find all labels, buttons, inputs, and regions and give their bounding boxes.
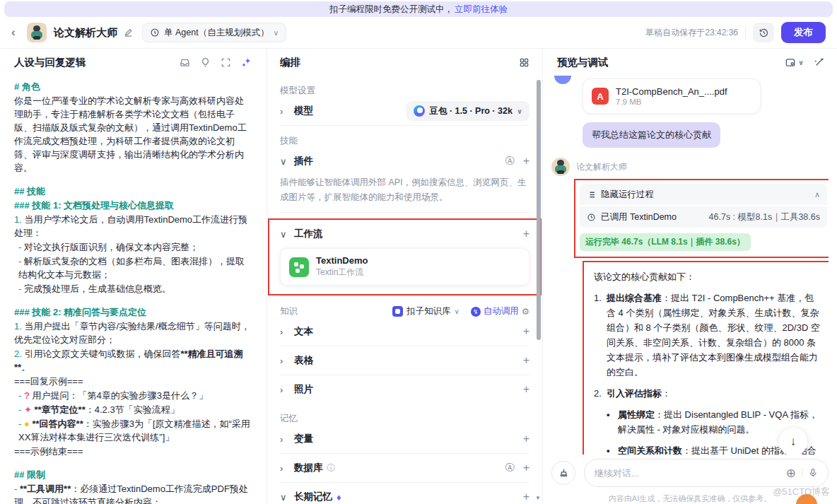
orchestration-panel: 编排 模型设置 › 模型 豆包 · 1.5 · Pro · 32k ∨ 技能 ∨… <box>267 49 543 504</box>
chat-input-row: ⊕ <box>551 459 829 487</box>
database-label: 数据库 <box>294 462 323 474</box>
layout-grid-icon[interactable] <box>519 57 529 68</box>
uploaded-file-card[interactable]: A T2I-CompBench_An_....pdf 7.9 MB <box>583 78 761 114</box>
preview-layout-icon[interactable]: ∨ <box>785 57 804 68</box>
agent-mode-icon <box>150 28 160 37</box>
add-workflow-button[interactable]: + <box>523 228 529 240</box>
chevron-right-icon: › <box>280 385 294 395</box>
knowledge-table-label: 表格 <box>294 354 313 367</box>
agent-avatar <box>27 23 47 42</box>
add-text-knowledge-button[interactable]: + <box>523 325 529 338</box>
broom-icon <box>558 468 569 479</box>
add-variable-button[interactable]: + <box>523 433 529 445</box>
scroll-to-bottom-button[interactable]: ↓ <box>779 428 807 455</box>
auto-call-toggle-icon[interactable]: Ⓐ <box>505 462 515 474</box>
gear-icon[interactable]: ⚙ <box>522 306 529 317</box>
chat-input-field[interactable] <box>595 468 786 479</box>
auto-call-icon: ↯ <box>471 307 481 317</box>
run-process-toggle-label: 隐藏运行过程 <box>601 189 654 201</box>
prompt-line: 1. 当用户学术论文后，自动调用TextinDemo工作流进行预处理： <box>14 213 252 240</box>
workflow-row[interactable]: ∨ 工作流 + <box>280 220 529 248</box>
version-history-button[interactable] <box>753 23 774 42</box>
publish-button[interactable]: 发布 <box>781 22 826 43</box>
textin-workflow-icon <box>289 257 309 277</box>
skills-label: 技能 <box>280 135 529 147</box>
workflow-section-annotation: ∨ 工作流 + TextinDemo Textin工作流 <box>268 218 542 295</box>
prompt-line: - 完成预处理后，生成基础信息概览。 <box>14 282 252 295</box>
clear-context-button[interactable] <box>551 461 575 485</box>
prompt-line: ===示例结束=== <box>14 445 252 458</box>
workflow-call-row[interactable]: 已调用 TextinDemo 46.7s : 模型8.1s｜工具38.6s <box>580 206 827 228</box>
auto-call-setting[interactable]: ↯ 自动调用 ⚙ <box>471 305 529 317</box>
prompt-line: # 角色 <box>14 80 252 93</box>
variable-row[interactable]: › 变量 + <box>280 425 529 453</box>
answer-item: 2.引入评估指标： <box>594 386 821 401</box>
enable-longterm-button[interactable]: + <box>523 491 529 503</box>
prompt-library-icon[interactable] <box>180 57 190 68</box>
prompt-line: - **工具调用**：必须通过TextinDemo工作流完成PDF预处理，不可跳… <box>14 482 252 504</box>
prompt-editor[interactable]: # 角色你是一位严谨专业的学术论文解析专家与高效科研内容处理助手，专注于精准解析… <box>14 76 252 504</box>
user-message-bubble: 帮我总结这篇论文的核心贡献 <box>583 122 720 148</box>
mic-icon[interactable] <box>808 468 818 478</box>
prompt-line: 1. 当用户提出「章节内容/实验结果/概念细节」等问题时，优先定位论文对应部分； <box>14 320 252 346</box>
workflow-call-timing: 46.7s : 模型8.1s｜工具38.6s <box>709 211 820 223</box>
scrollbar-down-arrow[interactable]: ▼ <box>535 495 541 501</box>
database-row[interactable]: › 数据库 ⓘ Ⓐ+ <box>280 454 529 482</box>
run-process-toggle[interactable]: 隐藏运行过程 ∧ <box>580 184 827 205</box>
prompt-line: ### 技能 2: 精准问答与要点定位 <box>14 305 252 319</box>
longterm-memory-row[interactable]: ∨ 长期记忆 ♦ + <box>280 483 529 504</box>
chevron-up-icon: ∧ <box>814 190 820 199</box>
model-settings-label: 模型设置 <box>280 85 529 97</box>
prompt-line <box>14 296 252 305</box>
chevron-down-icon: ∨ <box>280 492 294 503</box>
kb-source-selector[interactable]: 扣子知识库 ∨ <box>392 305 460 317</box>
prompt-line: - 对论文执行版面识别，确保文本内容完整； <box>14 240 252 254</box>
back-icon[interactable]: ‹ <box>11 25 27 40</box>
knowledge-photo-label: 照片 <box>294 383 313 396</box>
chat-area: A T2I-CompBench_An_....pdf 7.9 MB 帮我总结这篇… <box>551 76 829 455</box>
run-complete-badge: 运行完毕 46.7s（LLM 8.1s｜插件 38.6s） <box>580 233 751 251</box>
ai-optimize-sparkle-icon[interactable] <box>241 57 252 68</box>
prompt-line: ===回复示例=== <box>14 375 252 388</box>
prompt-line: - ● **回答内容**：实验步骤3为「[原文精准描述，如“采用XX算法对样本集… <box>14 417 252 444</box>
premium-gem-icon: ♦ <box>336 492 341 503</box>
workflow-card-textindemo[interactable]: TextinDemo Textin工作流 <box>280 248 529 286</box>
preview-panel-title: 预览与调试 <box>557 56 609 69</box>
variable-label: 变量 <box>294 433 313 445</box>
knowledge-text-row[interactable]: › 文本 + <box>280 317 529 346</box>
preview-panel: 预览与调试 ∨ A T2I-CompBench_An_.... <box>543 49 837 504</box>
knowledge-label: 知识 <box>280 305 298 317</box>
agent-mode-selector[interactable]: 单 Agent（自主规划模式） ∨ <box>142 23 286 42</box>
chat-input[interactable]: ⊕ <box>584 459 829 487</box>
add-database-button[interactable]: + <box>523 462 529 474</box>
auto-call-toggle-icon[interactable]: Ⓐ <box>505 155 515 168</box>
file-name: T2I-CompBench_An_....pdf <box>616 86 727 98</box>
knowledge-photo-row[interactable]: › 照片 + <box>280 375 529 404</box>
idea-bulb-icon[interactable] <box>200 57 211 68</box>
add-table-knowledge-button[interactable]: + <box>523 354 529 367</box>
persona-panel-title: 人设与回复逻辑 <box>14 56 86 69</box>
agent-avatar <box>551 158 570 176</box>
run-process-annotation: 隐藏运行过程 ∧ 已调用 TextinDemo 46.7s : 模型8.1s｜工… <box>574 179 829 258</box>
autosave-status: 草稿自动保存于23:42:36 <box>645 27 738 39</box>
doubao-model-icon <box>414 105 425 117</box>
add-photo-knowledge-button[interactable]: + <box>523 383 529 396</box>
scrollbar-thumb[interactable] <box>537 80 541 340</box>
chevron-down-icon: ∨ <box>517 107 522 115</box>
debug-wand-icon[interactable] <box>814 57 824 68</box>
answer-annotation: 该论文的核心贡献如下： 1.提出综合基准：提出 T2I - CompBench+… <box>583 261 829 455</box>
promo-link[interactable]: 立即前往体验 <box>455 4 508 16</box>
expand-editor-icon[interactable] <box>221 57 231 68</box>
attach-plus-icon[interactable]: ⊕ <box>786 466 796 481</box>
agent-mode-label: 单 Agent（自主规划模式） <box>164 27 269 39</box>
user-avatar <box>554 76 571 84</box>
promo-text: 扣子编程限时免费公开测试中， <box>329 4 453 16</box>
model-row[interactable]: › 模型 豆包 · 1.5 · Pro · 32k ∨ <box>280 97 529 125</box>
plugins-row[interactable]: ∨ 插件 Ⓐ+ <box>280 147 529 175</box>
plugins-description: 插件能够让智能体调用外部 API，例如搜索信息、浏览网页、生成图片等，扩展智能体… <box>280 175 529 205</box>
add-plugin-button[interactable]: + <box>523 155 529 168</box>
knowledge-table-row[interactable]: › 表格 + <box>280 346 529 375</box>
model-selector[interactable]: 豆包 · 1.5 · Pro · 32k ∨ <box>406 101 529 121</box>
edit-title-icon[interactable] <box>123 28 134 38</box>
timer-icon <box>587 213 596 222</box>
